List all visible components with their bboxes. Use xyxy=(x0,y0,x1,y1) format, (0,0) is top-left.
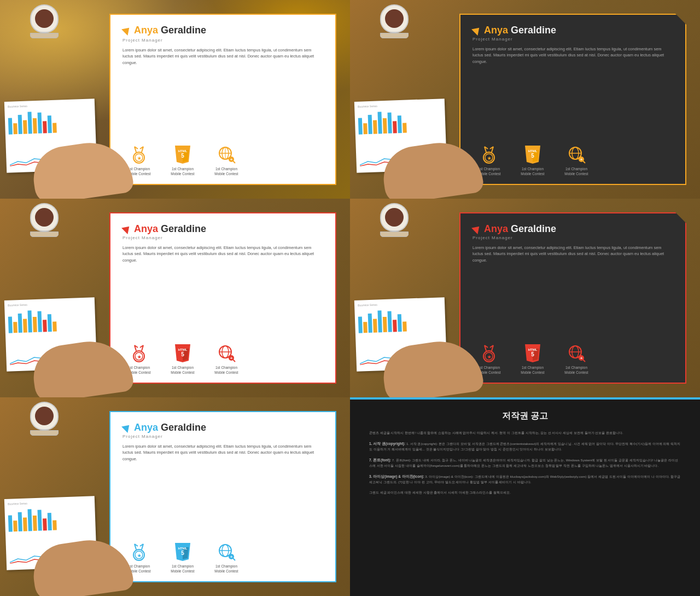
icons-row-5: ★ 1st ChampionMobile Contest 5 HTML 1st … xyxy=(122,542,323,574)
last-name-4: Geraldine xyxy=(511,223,556,235)
copyright-para-3: 3. 아이상(image) & 아이찬(icon): 3. 아이상(image)… xyxy=(369,473,681,485)
svg-text:★: ★ xyxy=(487,355,492,360)
svg-text:5: 5 xyxy=(181,153,184,159)
icon-html5-3: 5 HTML 1st ChampionMobile Contest xyxy=(166,343,199,375)
content-card-4: Anya Geraldine Project Manager Lorem ips… xyxy=(459,212,686,384)
svg-text:HTML: HTML xyxy=(178,149,188,153)
copyright-content: 저작권 공고 콘텐츠 세금을 시작하시 한번에! 나름의 함유에 쇼핑하는 사례… xyxy=(350,400,700,596)
icon-html5-4: 5 HTML 1st ChampionMobile Contest xyxy=(516,343,549,375)
svg-text:5: 5 xyxy=(531,153,534,159)
svg-text:+: + xyxy=(230,157,233,162)
slide-4: Business Series Anya Geraldine Project M… xyxy=(350,199,700,397)
icons-row-2: ★ 1st ChampionMobile Contest 5 HTML 1st … xyxy=(472,144,673,176)
icons-row-1: ★ 1st ChampionMobile Contest 5 HTML 1st … xyxy=(122,144,323,176)
lorem-3: Lorem ipsum dolor sit amet, consectetur … xyxy=(122,245,323,339)
slide-1: Business Series Anya Geraldine Project M… xyxy=(0,0,350,199)
svg-text:5: 5 xyxy=(531,351,534,357)
svg-text:★: ★ xyxy=(487,156,492,161)
name-area-2: Anya Geraldine xyxy=(472,25,673,36)
copyright-para-1-text: 1. 서작 권(copyright): 본은 그랜다의 모바 및 서작권은 그랜… xyxy=(369,442,680,452)
globe-svg-3: + xyxy=(217,343,236,363)
globe-label-1: 1st ChampionMobile Contest xyxy=(214,166,238,176)
copyright-strong-2: 7. 폰트(font): xyxy=(369,458,391,462)
html5-label-1: 1st ChampionMobile Contest xyxy=(171,166,194,176)
copyright-strong-3: 3. 아이상(image) & 아이찬(icon): xyxy=(369,475,424,478)
slide-3: Business Series Anya Geraldine Project M… xyxy=(0,199,350,397)
copyright-strong-1: 1. 서작 권(copyright): xyxy=(369,442,405,445)
content-card-1: Anya Geraldine Project Manager Lorem ips… xyxy=(109,14,336,185)
svg-line-50 xyxy=(233,360,235,362)
coffee-cup-3 xyxy=(30,203,59,237)
first-name-2: Anya xyxy=(484,25,508,36)
svg-line-67 xyxy=(583,360,585,362)
name-area-5: Anya Geraldine xyxy=(122,422,323,433)
last-name-3: Geraldine xyxy=(161,223,206,235)
icon-html5-5: 5 HTML 1st ChampionMobile Contest xyxy=(166,542,199,574)
icons-row-4: ★ 1st ChampionMobile Contest 5 HTML 1st … xyxy=(472,343,673,375)
slide-5: Business Series Anya Geraldine Project M… xyxy=(0,397,350,596)
globe-label-2: 1st ChampionMobile Contest xyxy=(564,166,588,176)
slide-2: Business Series Anya Geraldine Project M… xyxy=(350,0,700,199)
coffee-cup-5 xyxy=(30,402,59,436)
svg-text:★: ★ xyxy=(137,156,142,161)
html5-label-4: 1st ChampionMobile Contest xyxy=(521,365,544,375)
medal-svg-4: ★ xyxy=(479,343,499,363)
job-title-2: Project Manager xyxy=(472,37,673,42)
icon-globe-2: + 1st ChampionMobile Contest xyxy=(560,144,593,176)
lorem-4: Lorem ipsum dolor sit amet, consectetur … xyxy=(472,245,673,339)
lorem-5: Lorem ipsum dolor sit amet, consectetur … xyxy=(122,443,323,537)
icon-html5-1: 5 HTML 1st ChampionMobile Contest xyxy=(166,144,199,176)
triangle-5 xyxy=(121,422,132,433)
svg-line-33 xyxy=(583,161,585,163)
globe-label-3: 1st ChampionMobile Contest xyxy=(214,365,238,375)
first-name-4: Anya xyxy=(484,223,508,235)
globe-svg-5: + xyxy=(217,542,236,562)
svg-text:HTML: HTML xyxy=(528,149,538,153)
last-name-5: Geraldine xyxy=(161,422,206,433)
svg-text:★: ★ xyxy=(137,553,142,558)
coffee-cup-4 xyxy=(380,203,409,237)
svg-line-16 xyxy=(233,161,235,163)
svg-text:+: + xyxy=(580,356,583,361)
html5-label-5: 1st ChampionMobile Contest xyxy=(171,564,194,574)
copyright-para-4: 그랜드 세금 파이인스에 대한 세세한 사항은 홈에이서 사세히 더세한 그래스… xyxy=(369,490,681,496)
icons-row-3: ★ 1st ChampionMobile Contest 5 HTML 1st … xyxy=(122,343,323,375)
svg-text:HTML: HTML xyxy=(178,348,188,351)
lorem-1: Lorem ipsum dolor sit amet, consectetur … xyxy=(122,47,323,140)
copyright-para-2: 7. 폰트(font): 7. 폰트(font): 그랜드 내에 서이라, 첨규… xyxy=(369,457,681,469)
medal-svg-5: ★ xyxy=(129,542,149,562)
first-name-3: Anya xyxy=(134,223,158,235)
svg-text:5: 5 xyxy=(181,550,184,556)
html5-svg-1: 5 HTML xyxy=(173,144,192,164)
html5-label-2: 1st ChampionMobile Contest xyxy=(521,166,544,176)
svg-text:5: 5 xyxy=(181,351,184,357)
triangle-1 xyxy=(121,25,132,36)
triangle-4 xyxy=(471,223,482,234)
icon-globe-3: + 1st ChampionMobile Contest xyxy=(210,343,243,375)
coffee-cup-2 xyxy=(380,4,409,38)
html5-svg-3: 5 HTML xyxy=(173,343,192,363)
job-title-1: Project Manager xyxy=(122,38,323,43)
svg-text:+: + xyxy=(580,157,583,162)
copyright-para-2-text: 7. 폰트(font): 그랜드 내에 서이라, 첨규 폰느, 네이버 나눔글의… xyxy=(369,458,678,468)
icon-globe-1: + 1st ChampionMobile Contest xyxy=(210,144,243,176)
triangle-3 xyxy=(121,223,132,234)
last-name-2: Geraldine xyxy=(511,25,556,36)
html5-svg-2: 5 HTML xyxy=(523,144,542,164)
content-card-3: Anya Geraldine Project Manager Lorem ips… xyxy=(109,212,336,384)
html5-label-3: 1st ChampionMobile Contest xyxy=(171,365,194,375)
name-area-3: Anya Geraldine xyxy=(122,223,323,235)
medal-svg-1: ★ xyxy=(129,144,149,164)
slide-copyright: 저작권 공고 콘텐츠 세금을 시작하시 한번에! 나름의 함유에 쇼핑하는 사례… xyxy=(350,397,700,596)
job-title-4: Project Manager xyxy=(472,235,673,240)
globe-svg-1: + xyxy=(217,144,236,164)
medal-svg-2: ★ xyxy=(479,144,499,164)
svg-text:★: ★ xyxy=(137,355,142,360)
copyright-title: 저작권 공고 xyxy=(369,410,681,422)
job-title-5: Project Manager xyxy=(122,434,323,439)
svg-text:+: + xyxy=(230,554,233,559)
content-card-2: Anya Geraldine Project Manager Lorem ips… xyxy=(459,14,686,185)
icon-html5-2: 5 HTML 1st ChampionMobile Contest xyxy=(516,144,549,176)
name-area-4: Anya Geraldine xyxy=(472,223,673,235)
copyright-para-1: 1. 서작 권(copyright): 1. 서작 권(copyright): … xyxy=(369,441,681,453)
